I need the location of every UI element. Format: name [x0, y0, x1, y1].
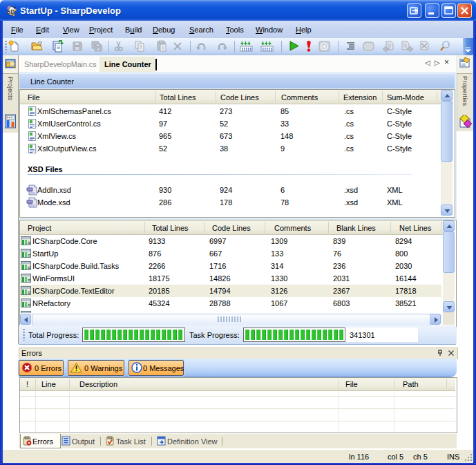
svg-text:#: # — [28, 302, 31, 307]
svg-text:#: # — [28, 277, 31, 283]
svg-text:#: # — [28, 252, 31, 258]
svg-text:#: # — [28, 240, 31, 245]
svg-text:#: # — [28, 290, 31, 295]
svg-text:#: # — [28, 265, 31, 270]
